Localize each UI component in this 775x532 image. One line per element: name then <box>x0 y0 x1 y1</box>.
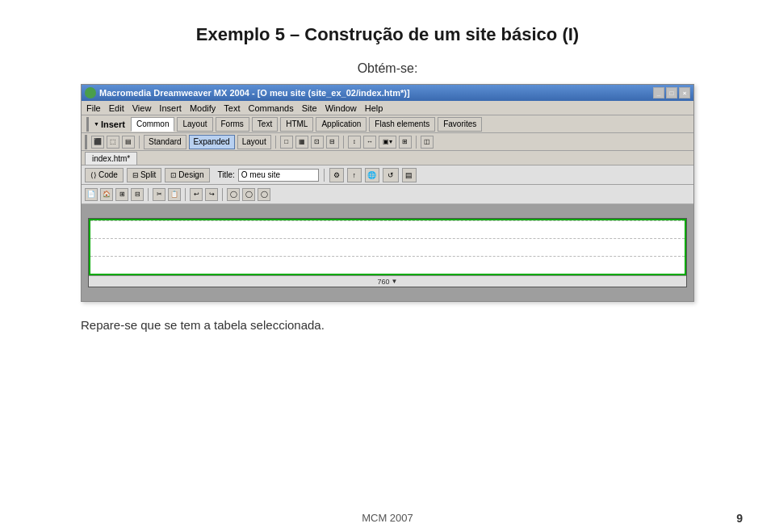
action-icon-9[interactable]: ◯ <box>227 188 240 201</box>
footer: MCM 2007 9 <box>0 512 775 524</box>
separator-3 <box>343 136 344 149</box>
table-row-3 <box>90 256 685 274</box>
menu-file[interactable]: File <box>85 103 103 113</box>
menu-window[interactable]: Window <box>324 103 358 113</box>
action-icon-2[interactable]: 🏠 <box>100 188 113 201</box>
menu-insert[interactable]: Insert <box>157 103 183 113</box>
view-split-btn[interactable]: ⊟ Split <box>127 168 161 182</box>
separator-1 <box>139 136 140 149</box>
insert-toolbar: ▼ Insert Common Layout Forms Text HTML A… <box>82 115 693 133</box>
page-title: Exemplo 5 – Construção de um site básico… <box>0 0 775 61</box>
menu-edit[interactable]: Edit <box>107 103 126 113</box>
action-toolbar: 📄 🏠 ⊞ ⊟ ✂ 📋 ↩ ↪ ◯ ◯ ◯ <box>82 185 693 204</box>
insert-drag-handle <box>86 117 89 132</box>
menu-commands[interactable]: Commands <box>246 103 295 113</box>
split-icon: ⊟ <box>132 171 139 179</box>
footer-center: MCM 2007 <box>362 512 413 524</box>
layout-expanded-btn[interactable]: Expanded <box>189 135 235 149</box>
toolbar-icon-11[interactable]: ⊞ <box>399 136 412 149</box>
layout-drag-handle <box>85 135 87 149</box>
tab-layout[interactable]: Layout <box>177 117 212 132</box>
layout-toolbar: ⬛ ⬚ ▤ Standard Expanded Layout □ ▦ ⊡ ⊟ ↕… <box>82 133 693 151</box>
toolbar-icon-9[interactable]: ↔ <box>363 136 376 149</box>
doc-tab-bar: index.htm* <box>82 151 693 165</box>
view-toolbar: ⟨⟩ Code ⊟ Split ⊡ Design Title: ⚙ ↑ 🌐 ↺ … <box>82 165 693 185</box>
layout-layout-btn[interactable]: Layout <box>237 135 271 149</box>
view-design-btn[interactable]: ⊡ Design <box>165 168 209 182</box>
action-icon-4[interactable]: ⊟ <box>131 188 144 201</box>
action-icon-1[interactable]: 📄 <box>85 188 98 201</box>
minimize-button[interactable]: _ <box>653 87 664 98</box>
separator-a2 <box>185 188 186 201</box>
menu-view[interactable]: View <box>131 103 153 113</box>
view-icon-a[interactable]: ⚙ <box>329 168 344 182</box>
menu-modify[interactable]: Modify <box>188 103 217 113</box>
tab-text[interactable]: Text <box>252 117 278 132</box>
tab-html[interactable]: HTML <box>280 117 313 132</box>
tab-favorites[interactable]: Favorites <box>438 117 482 132</box>
page-number: 9 <box>736 512 743 525</box>
menu-text[interactable]: Text <box>222 103 241 113</box>
view-icon-c[interactable]: 🌐 <box>365 168 379 182</box>
size-indicator: 760 ▼ <box>378 278 398 286</box>
toolbar-icon-12[interactable]: ◫ <box>421 136 434 149</box>
title-input[interactable] <box>238 169 319 182</box>
separator-a1 <box>148 188 149 201</box>
design-icon: ⊡ <box>170 171 177 179</box>
view-icon-b[interactable]: ↑ <box>347 168 362 182</box>
canvas-inner: 760 ▼ <box>88 218 687 287</box>
table-row-1 <box>90 220 685 238</box>
view-code-btn[interactable]: ⟨⟩ Code <box>85 168 124 182</box>
screenshot-container: Macromedia Dreamweaver MX 2004 - [O meu … <box>81 84 694 302</box>
tab-flash-elements[interactable]: Flash elements <box>369 117 435 132</box>
title-bar: Macromedia Dreamweaver MX 2004 - [O meu … <box>82 85 693 101</box>
tab-application[interactable]: Application <box>316 117 367 132</box>
view-icon-e[interactable]: ▤ <box>402 168 417 182</box>
action-icon-3[interactable]: ⊞ <box>115 188 128 201</box>
action-icon-6[interactable]: 📋 <box>168 188 181 201</box>
doc-tab[interactable]: index.htm* <box>85 152 137 165</box>
table-row-2 <box>90 238 685 256</box>
toolbar-icon-1[interactable]: ⬛ <box>91 136 104 149</box>
code-icon: ⟨⟩ <box>90 171 97 179</box>
table-bottom-bar: 760 ▼ <box>89 275 686 287</box>
close-button[interactable]: × <box>679 87 690 98</box>
separator-4 <box>416 136 417 149</box>
action-icon-11[interactable]: ◯ <box>258 188 270 201</box>
separator-view <box>324 169 325 182</box>
menu-site[interactable]: Site <box>300 103 319 113</box>
separator-a3 <box>222 188 223 201</box>
insert-label: ▼ Insert <box>93 119 125 129</box>
toolbar-icon-6[interactable]: ⊡ <box>311 136 324 149</box>
toolbar-icon-8[interactable]: ↕ <box>348 136 361 149</box>
app-icon <box>85 87 96 98</box>
canvas-area: 760 ▼ <box>82 204 693 301</box>
menu-bar: File Edit View Insert Modify Text Comman… <box>82 101 693 115</box>
layout-standard-btn[interactable]: Standard <box>144 135 186 149</box>
toolbar-icon-7[interactable]: ⊟ <box>326 136 339 149</box>
maximize-button[interactable]: □ <box>666 87 677 98</box>
window-title: Macromedia Dreamweaver MX 2004 - [O meu … <box>99 88 650 98</box>
tab-forms[interactable]: Forms <box>216 117 249 132</box>
arrow-down-icon: ▼ <box>392 278 398 285</box>
action-icon-7[interactable]: ↩ <box>190 188 203 201</box>
toolbar-icon-4[interactable]: □ <box>280 136 293 149</box>
table-selection[interactable] <box>89 219 686 275</box>
toolbar-icon-10[interactable]: ▣▾ <box>379 136 396 149</box>
view-icon-d[interactable]: ↺ <box>383 168 399 182</box>
toolbar-icon-2[interactable]: ⬚ <box>107 136 119 149</box>
toolbar-icon-5[interactable]: ▦ <box>295 136 308 149</box>
separator-2 <box>275 136 276 149</box>
dropdown-arrow-icon: ▼ <box>94 121 99 127</box>
bottom-text: Repare-se que se tem a tabela selecciona… <box>0 302 775 332</box>
tab-common[interactable]: Common <box>131 117 175 132</box>
action-icon-5[interactable]: ✂ <box>153 188 165 201</box>
obtém-label: Obtém-se: <box>0 61 775 76</box>
title-label: Title: <box>218 170 235 179</box>
menu-help[interactable]: Help <box>363 103 385 113</box>
toolbar-icon-3[interactable]: ▤ <box>122 136 135 149</box>
action-icon-10[interactable]: ◯ <box>242 188 255 201</box>
action-icon-8[interactable]: ↪ <box>205 188 218 201</box>
